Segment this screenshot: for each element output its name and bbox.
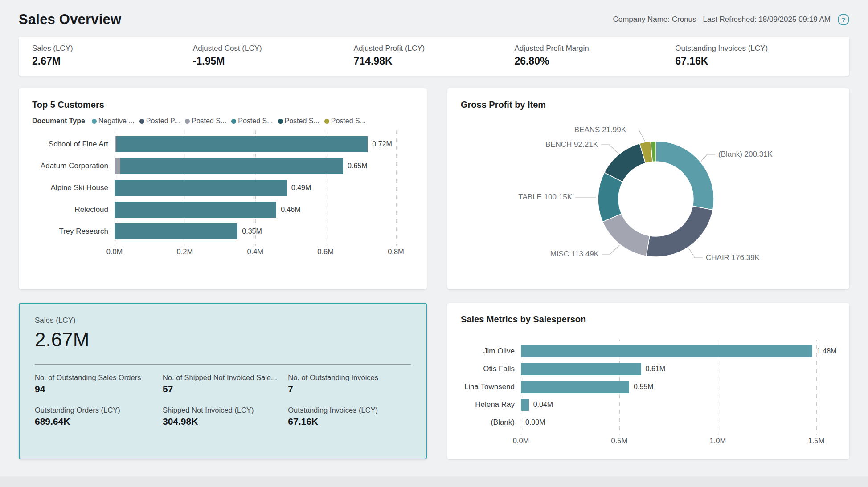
x-axis-tick: 1.0M (710, 437, 726, 445)
kpi-outstanding-invoices[interactable]: Outstanding Invoices (LCY) 67.16K (675, 44, 836, 67)
metric-label: Shipped Not Invoiced (LCY) (163, 406, 288, 414)
metric-shipped-not-invoiced-count: No. of Shipped Not Invoiced Sale... 57 (163, 373, 288, 394)
kpi-label: Outstanding Invoices (LCY) (675, 44, 836, 53)
metric-value: 57 (163, 384, 288, 394)
bar-segment-gray[interactable] (115, 158, 120, 174)
metric-shipped-not-invoiced-lcy: Shipped Not Invoiced (LCY) 304.98K (163, 406, 288, 427)
bar-row: 0.04M (521, 396, 836, 414)
donut-slice--blank-[interactable] (656, 141, 714, 210)
donut-slice-label: BENCH 92.21K (545, 140, 598, 149)
x-axis-tick: 0.8M (388, 248, 404, 256)
donut-chart-area: (Blank) 200.31KCHAIR 176.39KMISC 113.49K… (461, 113, 836, 280)
sales-metrics-by-salesperson-card[interactable]: Sales Metrics by Salesperson Jim OliveOt… (447, 303, 849, 459)
x-axis-tick: 1.5M (808, 437, 824, 445)
donut-slice-label: (Blank) 200.31K (718, 150, 773, 158)
bar-alpine-ski-house[interactable] (115, 180, 287, 196)
bar-row: 0.55M (521, 378, 836, 396)
bar-value-label: 0.00M (525, 418, 545, 426)
x-axis-tick: 0.2M (177, 248, 193, 256)
bar-row: 0.72M (115, 133, 414, 155)
category-label: Jim Olive (461, 342, 521, 360)
bar-row: 0.35M (115, 220, 414, 242)
x-axis-tick: 0.0M (106, 248, 123, 256)
kpi-adjusted-profit-margin[interactable]: Adjusted Profit Margin 26.80% (514, 44, 675, 67)
kpi-label: Adjusted Profit (LCY) (354, 44, 515, 53)
sales-card-value: 2.67M (35, 329, 411, 351)
sales-card-label: Sales (LCY) (35, 316, 411, 325)
top5-customers-card[interactable]: Top 5 Customers Document TypeNegative ..… (19, 88, 427, 289)
x-axis: 0.0M0.5M1.0M1.5M (521, 437, 836, 448)
bar-row: 0.46M (115, 199, 414, 220)
legend-item-0[interactable]: Negative ... (92, 117, 135, 125)
donut-slice-label: BEANS 21.99K (574, 126, 626, 134)
donut-slice-chair[interactable] (646, 206, 713, 257)
gross-profit-by-item-card[interactable]: Gross Profit by Item (Blank) 200.31KCHAI… (447, 88, 849, 289)
legend-label: Posted S... (238, 117, 273, 125)
legend-dot (324, 119, 329, 124)
header-meta: Company Name: Cronus - Last Refreshed: 1… (613, 14, 849, 25)
bar-value-label: 0.61M (646, 365, 665, 373)
metric-label: Outstanding Invoices (LCY) (288, 406, 411, 414)
x-axis-tick: 0.6M (317, 248, 334, 256)
bar-adatum-corporation[interactable] (120, 158, 343, 174)
legend-item-4[interactable]: Posted S... (278, 117, 319, 125)
bar-otis-falls[interactable] (521, 363, 641, 375)
metric-outstanding-orders-lcy: Outstanding Orders (LCY) 689.64K (35, 406, 163, 427)
x-axis-tick: 0.4M (247, 248, 263, 256)
category-label: Helena Ray (461, 396, 521, 414)
donut-slice-label: CHAIR 176.39K (706, 253, 760, 262)
metric-outstanding-invoices-count: No. of Outstanding Invoices 7 (288, 373, 411, 394)
metric-label: No. of Outstanding Invoices (288, 373, 411, 382)
bar-value-label: 0.35M (242, 227, 262, 235)
legend-item-2[interactable]: Posted S... (185, 117, 226, 125)
x-axis: 0.0M0.2M0.4M0.6M0.8M (115, 248, 414, 259)
donut-slice-misc[interactable] (603, 214, 650, 256)
legend-dot (185, 119, 190, 124)
legend-item-1[interactable]: Posted P... (139, 117, 180, 125)
kpi-adjusted-profit[interactable]: Adjusted Profit (LCY) 714.98K (354, 44, 515, 67)
category-label: Trey Research (32, 220, 115, 242)
bar-school-of-fine-art[interactable] (116, 136, 368, 152)
bar-value-label: 0.72M (372, 140, 392, 148)
metric-value: 689.64K (35, 416, 163, 427)
horizontal-scrollbar[interactable] (0, 476, 868, 487)
metric-label: No. of Shipped Not Invoiced Sale... (163, 373, 288, 382)
kpi-sales[interactable]: Sales (LCY) 2.67M (32, 44, 193, 67)
label-leader-line (701, 154, 715, 162)
kpi-value: 714.98K (354, 55, 515, 67)
category-label: Otis Falls (461, 360, 521, 378)
bar-trey-research[interactable] (115, 223, 237, 239)
sales-lcy-summary-card[interactable]: Sales (LCY) 2.67M No. of Outstanding Sal… (19, 303, 427, 459)
bar-value-label: 0.46M (281, 206, 300, 214)
bar-lina-townsend[interactable] (521, 381, 629, 393)
metric-value: 7 (288, 384, 411, 394)
kpi-strip: Sales (LCY) 2.67M Adjusted Cost (LCY) -1… (19, 37, 849, 76)
salesperson-bar-chart: Jim OliveOtis FallsLina TownsendHelena R… (461, 342, 836, 448)
category-label: Lina Townsend (461, 378, 521, 396)
bar-helena-ray[interactable] (521, 399, 529, 411)
bar-plot-area: 0.72M0.65M0.49M0.46M0.35M (115, 133, 414, 242)
y-axis-category-labels: School of Fine ArtAdatum CorporationAlpi… (32, 133, 115, 242)
legend-dot (139, 119, 144, 124)
legend-item-3[interactable]: Posted S... (231, 117, 273, 125)
legend-label: Posted P... (146, 117, 180, 125)
metric-label: Outstanding Orders (LCY) (35, 406, 163, 414)
metric-value: 67.16K (288, 416, 411, 427)
bar-jim-olive[interactable] (521, 345, 812, 357)
help-icon[interactable]: ? (838, 14, 849, 25)
gross-profit-donut: (Blank) 200.31KCHAIR 176.39KMISC 113.49K… (461, 113, 838, 278)
legend-item-5[interactable]: Posted S... (324, 117, 366, 125)
dashboard-grid: Top 5 Customers Document TypeNegative ..… (19, 88, 849, 459)
bar-relecloud[interactable] (115, 202, 276, 218)
legend-title: Document Type (32, 117, 85, 125)
label-leader-line (601, 145, 618, 154)
bar-value-label: 0.55M (634, 383, 653, 391)
bar-value-label: 0.49M (291, 184, 311, 192)
kpi-label: Adjusted Cost (LCY) (193, 44, 354, 53)
top5-customers-bar-chart: School of Fine ArtAdatum CorporationAlpi… (32, 133, 414, 259)
sales-metrics-grid: No. of Outstanding Sales Orders 94 No. o… (35, 373, 411, 427)
category-label: (Blank) (461, 414, 521, 431)
page-header: Sales Overview Company Name: Cronus - La… (0, 0, 868, 37)
kpi-adjusted-cost[interactable]: Adjusted Cost (LCY) -1.95M (193, 44, 354, 67)
donut-slice-label: MISC 113.49K (550, 250, 599, 258)
